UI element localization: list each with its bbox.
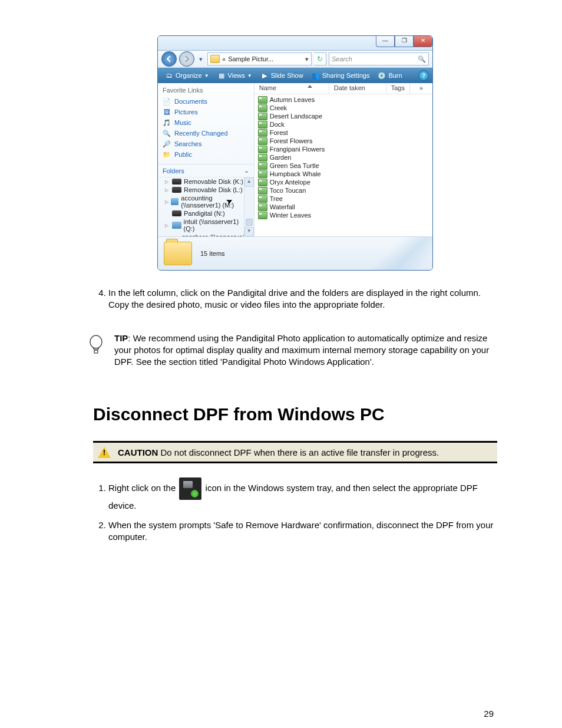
file-item[interactable]: Forest Flowers [254,137,432,145]
drive-icon [172,222,181,229]
back-button[interactable] [161,51,177,67]
file-name: Garden [270,154,292,161]
tree-item[interactable]: ▷accounting (\\snsserver1) (M:) [158,194,254,209]
favorite-label: Pictures [174,108,198,116]
scroll-down-icon[interactable]: ▼ [244,227,254,236]
tree-label: Removable Disk (K:) [184,178,243,185]
file-name: Dock [270,121,285,128]
file-item[interactable]: Green Sea Turtle [254,162,432,170]
help-button[interactable]: ? [418,70,429,81]
column-date[interactable]: Date taken [329,83,386,94]
file-item[interactable]: Waterfall [254,203,432,211]
address-bar: ▾ « Sample Pictur... ▾ ↻ Search 🔍 [158,51,432,68]
file-name: Desert Landscape [270,113,322,120]
explorer-window: — ❐ ✕ ▾ « Sample Pictur... ▾ ↻ Search � [157,35,433,271]
file-name: Green Sea Turtle [270,162,319,169]
step-4-text: In the left column, click on the Pandigi… [108,288,481,309]
image-file-icon [258,162,267,170]
slideshow-button[interactable]: ▶ Slide Show [257,68,307,83]
favorite-link[interactable]: 📁Public [163,149,249,160]
tree-scrollbar[interactable]: ▲ ▼ [244,177,254,236]
search-placeholder: Search [332,55,352,62]
image-file-icon [258,129,267,137]
file-item[interactable]: Garden [254,153,432,162]
address-prefix: « [222,55,226,62]
expand-icon[interactable]: ▷ [165,223,170,228]
file-name: Winter Leaves [270,212,311,219]
tip-block: TIP: We recommend using the Pandigital P… [88,332,497,379]
details-pane: 15 items [158,236,432,270]
favorite-link[interactable]: 📄Documents [163,96,249,107]
organize-button[interactable]: 🗂 Organize▼ [161,68,213,83]
drive-icon [171,198,178,205]
favorite-link[interactable]: 🖼Pictures [163,107,249,117]
favorite-label: Searches [174,140,201,147]
close-button[interactable]: ✕ [414,36,432,47]
views-button[interactable]: ▦ Views▼ [214,68,256,83]
file-name: Forest [270,129,288,136]
step-1-pre: Right click on the [108,483,178,493]
sharing-button[interactable]: 👥 Sharing Settings [308,68,373,83]
folders-header[interactable]: Folders ⌄ [158,164,254,177]
tree-item[interactable]: ▷intuit (\\snsserver1) (Q:) [158,218,254,233]
file-item[interactable]: Desert Landscape [254,112,432,120]
tree-item[interactable]: ▷Removable Disk (L:) [158,186,254,194]
forward-button[interactable] [179,51,194,67]
expand-icon[interactable]: ▷ [165,179,170,185]
file-item[interactable]: Frangipani Flowers [254,145,432,153]
expand-icon[interactable]: ▷ [165,187,170,193]
column-tags[interactable]: Tags [386,83,410,94]
tree-label: accounting (\\snsserver1) (M:) [181,195,250,209]
maximize-button[interactable]: ❐ [395,36,414,47]
file-item[interactable]: Oryx Antelope [254,178,432,186]
file-item[interactable]: Autumn Leaves [254,95,432,104]
favorite-label: Music [174,119,191,126]
favorite-label: Documents [174,98,207,105]
file-name: Oryx Antelope [270,179,310,186]
favorite-icon: 📄 [163,97,171,106]
favorite-link[interactable]: 🔍Recently Changed [163,128,249,139]
caution-text: CAUTION Do not disconnect DPF when there… [118,447,439,457]
scroll-up-icon[interactable]: ▲ [244,177,254,187]
image-file-icon [258,113,267,120]
history-dropdown[interactable]: ▾ [197,55,205,63]
item-count: 15 items [200,250,225,257]
file-name: Humpback Whale [270,170,321,177]
file-item[interactable]: Tree [254,195,432,203]
favorite-link[interactable]: 🎵Music [163,117,249,128]
columns-more-button[interactable]: » [410,83,432,94]
file-item[interactable]: Humpback Whale [254,170,432,178]
image-file-icon [258,104,267,112]
tree-item[interactable]: Pandigital (N:) [158,209,254,218]
file-item[interactable]: Forest [254,129,432,137]
file-item[interactable]: Creek [254,104,432,112]
tree-label: intuit (\\snsserver1) (Q:) [184,218,250,232]
image-file-icon [258,154,267,162]
column-name[interactable]: Name [254,83,329,94]
disconnect-steps: Right click on the icon in the Windows s… [93,477,497,543]
image-file-icon [258,146,267,153]
image-file-icon [258,121,267,129]
burn-button[interactable]: 💿 Burn [374,68,405,83]
minimize-button[interactable]: — [376,36,395,47]
address-field[interactable]: « Sample Pictur... ▾ [207,52,312,65]
file-name: Frangipani Flowers [270,146,325,153]
section-heading: Disconnect DPF from Windows PC [93,404,497,424]
refresh-button[interactable]: ↻ [314,52,326,65]
tree-label: Removable Disk (L:) [184,186,243,193]
favorite-icon: 🔎 [163,140,171,148]
tip-text: TIP: We recommend using the Pandigital P… [114,332,497,368]
scroll-thumb[interactable] [246,219,253,226]
search-input[interactable]: Search 🔍 [329,52,429,65]
expand-icon[interactable]: ▷ [165,199,168,205]
safely-remove-hardware-icon [179,477,201,500]
favorite-link[interactable]: 🔎Searches [163,139,249,149]
tree-item[interactable]: ▷Removable Disk (K:) [158,177,254,186]
file-item[interactable]: Toco Toucan [254,186,432,195]
address-dropdown-icon[interactable]: ▾ [305,55,309,63]
drive-icon [172,187,181,193]
file-item[interactable]: Winter Leaves [254,211,432,219]
svg-point-0 [90,335,102,348]
sharing-icon: 👥 [312,71,320,80]
file-item[interactable]: Dock [254,120,432,129]
